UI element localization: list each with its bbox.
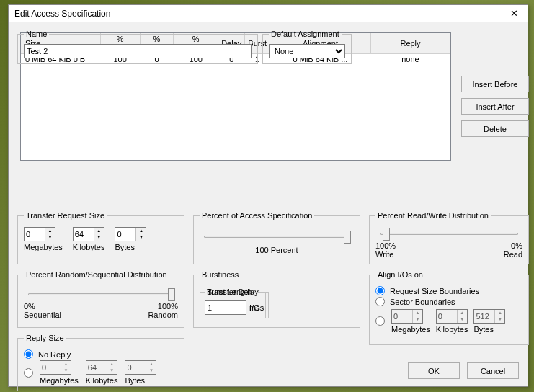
bl-legend: Burst Length — [205, 288, 254, 296]
down-arrow-icon: ▼ — [495, 316, 504, 323]
dialog-buttons: OK Cancel — [408, 362, 519, 379]
down-arrow-icon[interactable]: ▼ — [136, 234, 146, 241]
prw-left-label: Write — [375, 250, 393, 259]
up-arrow-icon[interactable]: ▲ — [45, 228, 55, 234]
prs-right-pct: 100% — [158, 302, 178, 311]
bl-unit: I/Os — [249, 303, 264, 312]
trs-kb-spinner[interactable]: ▲▼ — [73, 227, 104, 241]
down-arrow-icon: ▼ — [61, 368, 71, 374]
slider-thumb-icon[interactable] — [383, 228, 390, 241]
prw-slider[interactable] — [380, 227, 518, 240]
side-buttons: Insert Before Insert After Delete — [461, 76, 529, 143]
reply-kb-label: Kilobytes — [86, 376, 118, 385]
close-icon: ✕ — [510, 8, 518, 19]
trs-kb-label: Kilobytes — [73, 243, 105, 251]
align-mb-input — [392, 310, 412, 323]
down-arrow-icon[interactable]: ▼ — [45, 234, 55, 241]
trs-mb-input[interactable] — [25, 228, 45, 241]
up-arrow-icon: ▲ — [107, 361, 117, 368]
group-align-io: Align I/Os on Request Size Boundaries Se… — [369, 270, 529, 345]
group-percent-access-spec: Percent of Access Specification 100 Perc… — [193, 211, 360, 264]
poa-slider[interactable] — [204, 230, 350, 243]
default-assignment-legend: Default Assignment — [269, 30, 342, 38]
reply-kb-input — [86, 361, 107, 374]
up-arrow-icon: ▲ — [458, 310, 467, 316]
no-reply-label: No Reply — [38, 350, 71, 359]
align-mb-spinner: ▲▼ — [391, 309, 423, 324]
prw-left-pct: 100% — [375, 241, 396, 250]
insert-after-button[interactable]: Insert After — [461, 98, 529, 115]
up-arrow-icon: ▲ — [413, 310, 422, 316]
close-button[interactable]: ✕ — [502, 6, 526, 21]
reply-mb-input — [40, 361, 61, 374]
trs-kb-input[interactable] — [74, 228, 94, 241]
prs-left-pct: 0% — [24, 302, 35, 311]
align-kb-label: Kilobytes — [436, 325, 468, 334]
cell-reply: none — [371, 54, 450, 65]
reply-b-input — [125, 361, 146, 374]
align-legend: Align I/Os on — [375, 270, 425, 279]
align-b-spinner: ▲▼ — [473, 309, 505, 324]
name-input[interactable] — [24, 44, 252, 58]
group-burst-length: Burst Length I/Os — [200, 288, 269, 318]
up-arrow-icon: ▲ — [146, 361, 156, 368]
trs-b-spinner[interactable]: ▲▼ — [115, 227, 146, 241]
radio-custom-align[interactable] — [375, 316, 385, 326]
burst-length-input[interactable] — [205, 300, 246, 315]
prs-slider[interactable] — [28, 288, 174, 300]
down-arrow-icon: ▼ — [107, 368, 117, 374]
reply-b-spinner: ▲▼ — [125, 360, 156, 375]
up-arrow-icon: ▲ — [61, 361, 71, 368]
poa-value-label: 100 Percent — [200, 246, 354, 254]
align-b-label: Bytes — [473, 325, 494, 334]
burst-legend: Burstiness — [200, 270, 241, 279]
radio-reply-custom[interactable] — [24, 368, 33, 378]
trs-mb-spinner[interactable]: ▲▼ — [24, 227, 55, 241]
slider-thumb-icon[interactable] — [168, 288, 175, 301]
trs-b-label: Bytes — [115, 243, 135, 251]
window-title: Edit Access Specification — [14, 9, 502, 19]
name-legend: Name — [24, 30, 49, 38]
down-arrow-icon: ▼ — [458, 316, 467, 323]
trs-b-input[interactable] — [115, 228, 135, 241]
radio-no-reply[interactable] — [24, 349, 33, 359]
up-arrow-icon[interactable]: ▲ — [94, 228, 104, 234]
align-kb-input — [437, 310, 457, 323]
down-arrow-icon[interactable]: ▼ — [94, 234, 104, 241]
prs-right-label: Random — [148, 311, 178, 319]
reply-legend: Reply Size — [24, 334, 66, 342]
align-mb-label: Megabytes — [391, 325, 430, 334]
prw-right-label: Read — [504, 250, 522, 259]
radio-sector-boundaries[interactable] — [375, 297, 385, 306]
dialog-edit-access-spec: Edit Access Specification ✕ Name Default… — [8, 4, 528, 387]
group-percent-read-write: Percent Read/Write Distribution 100% 0% … — [369, 211, 529, 264]
delete-button[interactable]: Delete — [461, 120, 529, 137]
cancel-button[interactable]: Cancel — [467, 362, 519, 379]
align-opt1-label: Request Size Boundaries — [390, 287, 479, 295]
group-transfer-request-size: Transfer Request Size ▲▼ Megabytes ▲▼ Ki… — [17, 211, 184, 264]
default-assignment-select[interactable]: None — [269, 44, 345, 58]
slider-thumb-icon[interactable] — [344, 231, 351, 244]
align-b-input — [474, 310, 494, 323]
group-name: Name — [17, 30, 258, 64]
ok-button[interactable]: OK — [408, 362, 460, 379]
align-kb-spinner: ▲▼ — [436, 309, 468, 324]
trs-mb-label: Megabytes — [24, 243, 63, 251]
prw-legend: Percent Read/Write Distribution — [375, 211, 491, 220]
down-arrow-icon: ▼ — [146, 368, 156, 374]
radio-request-size-boundaries[interactable] — [375, 286, 385, 295]
reply-mb-spinner: ▲▼ — [40, 360, 71, 375]
reply-kb-spinner: ▲▼ — [86, 360, 117, 375]
poa-legend: Percent of Access Specification — [200, 211, 314, 220]
align-opt2-label: Sector Boundaries — [390, 298, 455, 306]
group-default-assignment: Default Assignment None — [262, 30, 352, 64]
up-arrow-icon: ▲ — [495, 310, 504, 316]
group-percent-random-seq: Percent Random/Sequential Distribution 0… — [17, 270, 184, 328]
col-reply[interactable]: Reply — [371, 33, 450, 54]
up-arrow-icon[interactable]: ▲ — [136, 228, 146, 234]
prs-left-label: Sequential — [24, 311, 61, 319]
prw-right-pct: 0% — [511, 241, 522, 250]
trs-legend: Transfer Request Size — [24, 211, 107, 220]
titlebar: Edit Access Specification ✕ — [9, 5, 528, 22]
insert-before-button[interactable]: Insert Before — [461, 76, 529, 92]
